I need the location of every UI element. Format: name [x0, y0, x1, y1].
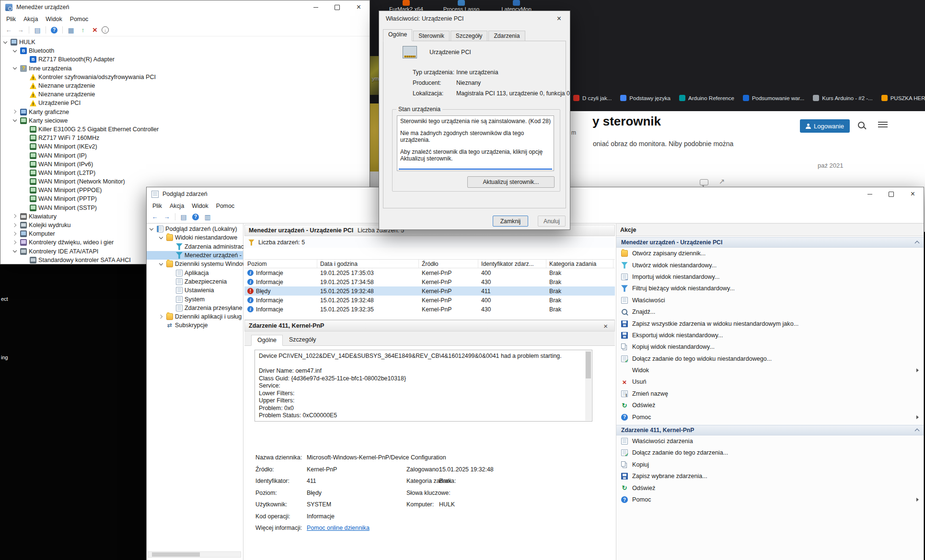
dialog-tab-zdarzenia[interactable]: Zdarzenia: [488, 31, 525, 41]
action-item[interactable]: Eksportuj widok niestandardowy...: [616, 330, 924, 341]
action-item[interactable]: Zapisz wybrane zdarzenia...: [616, 470, 924, 482]
console-tree-item[interactable]: Zabezpieczenia: [147, 277, 243, 286]
help-icon[interactable]: [190, 212, 201, 222]
cancel-button[interactable]: Anuluj: [538, 216, 566, 227]
collapse-icon[interactable]: [915, 428, 920, 433]
help-link[interactable]: Pomoc online dziennika: [307, 525, 370, 531]
close-detail-icon[interactable]: ×: [603, 322, 608, 330]
device-manager-menu-widok[interactable]: Widok: [42, 15, 65, 23]
event-viewer-menu-akcja[interactable]: Akcja: [166, 202, 187, 210]
maximize-button[interactable]: [880, 187, 902, 201]
comments-icon[interactable]: [700, 179, 708, 185]
minimize-button[interactable]: [305, 0, 326, 14]
event-row[interactable]: Informacje19.01.2025 17:35:03Kernel-PnP4…: [244, 268, 615, 277]
maximize-button[interactable]: [326, 0, 348, 14]
action-item[interactable]: Kopiuj: [616, 459, 924, 470]
action-item[interactable]: Pomoc: [616, 494, 924, 505]
device-tree-item[interactable]: Nieznane urządzenie: [0, 81, 370, 90]
action-section-header[interactable]: Menedżer urządzeń - Urządzenie PCI: [616, 237, 924, 248]
console-window-icon[interactable]: [202, 212, 213, 222]
action-item[interactable]: Pomoc: [616, 411, 924, 423]
column-header[interactable]: Źródło: [419, 260, 478, 268]
search-icon[interactable]: [858, 122, 865, 128]
devices-icon[interactable]: [66, 25, 76, 35]
forward-icon[interactable]: [162, 212, 172, 222]
chevron-down-icon[interactable]: [158, 261, 164, 267]
scrollbar-thumb[interactable]: [152, 552, 200, 557]
event-viewer-menu-pomoc[interactable]: Pomoc: [213, 202, 238, 210]
device-tree-item[interactable]: Urządzenie PCI: [0, 99, 370, 107]
menu-icon[interactable]: [878, 122, 888, 128]
device-tree-item[interactable]: RZ717 Bluetooth(R) Adapter: [0, 55, 370, 64]
action-item[interactable]: Filtruj bieżący widok niestandardowy...: [616, 283, 924, 294]
dialog-tab-sterownik[interactable]: Sterownik: [413, 31, 450, 41]
action-item[interactable]: Importuj widok niestandardowy...: [616, 271, 924, 283]
action-item[interactable]: Zmień nazwę: [616, 388, 924, 400]
vertical-scrollbar[interactable]: [585, 351, 591, 421]
action-item[interactable]: Znajdź...: [616, 306, 924, 318]
action-section-header[interactable]: Zdarzenie 411, Kernel-PnP: [616, 425, 924, 435]
action-item[interactable]: Usuń: [616, 376, 924, 388]
collapse-icon[interactable]: [915, 241, 920, 246]
share-icon[interactable]: ↗: [719, 177, 725, 186]
minimize-button[interactable]: [859, 187, 880, 201]
bookmark-item[interactable]: D czyli jak...: [573, 95, 612, 101]
action-item[interactable]: Kopiuj widok niestandardowy...: [616, 341, 924, 353]
device-tree-item[interactable]: HULK: [0, 38, 370, 46]
chevron-right-icon[interactable]: [12, 231, 18, 237]
bookmark-item[interactable]: Arduino Reference: [679, 95, 734, 101]
title-bar[interactable]: Menedżer urządzeń: [0, 0, 370, 14]
chevron-right-icon[interactable]: [12, 109, 18, 115]
action-item[interactable]: Utwórz widok niestandardowy...: [616, 259, 924, 271]
action-item[interactable]: Zapisz wszystkie zdarzenia w widoku nies…: [616, 318, 924, 329]
back-icon[interactable]: [150, 212, 160, 222]
device-tree-item[interactable]: WAN Miniport (L2TP): [0, 169, 370, 177]
close-button[interactable]: [548, 11, 570, 26]
console-tree-item[interactable]: Widoki niestandardowe: [147, 233, 243, 242]
device-tree-item[interactable]: WAN Miniport (IPv6): [0, 160, 370, 169]
console-tree-item[interactable]: Dzienniki aplikacji i usług: [147, 312, 243, 321]
device-tree-item[interactable]: WAN Miniport (IKEv2): [0, 142, 370, 151]
chevron-right-icon[interactable]: [158, 314, 164, 320]
back-icon[interactable]: [3, 25, 14, 35]
action-item[interactable]: Widok: [616, 365, 924, 376]
console-tree-item[interactable]: Aplikacja: [147, 268, 243, 277]
bookmark-item[interactable]: PUSZKA HER...: [881, 95, 925, 101]
console-tree-item[interactable]: Subskrypcje: [147, 321, 243, 330]
detail-tab-ogólne[interactable]: Ogólne: [251, 335, 283, 346]
chevron-down-icon[interactable]: [12, 117, 18, 124]
close-button[interactable]: [348, 0, 370, 14]
event-row[interactable]: Błędy15.01.2025 19:32:48Kernel-PnP411Bra…: [244, 286, 615, 296]
chevron-down-icon[interactable]: [12, 248, 18, 254]
console-tree-item[interactable]: System: [147, 295, 243, 303]
action-item[interactable]: Otwórz zapisany dziennik...: [616, 248, 924, 259]
device-manager-menu-akcja[interactable]: Akcja: [20, 15, 41, 23]
chevron-down-icon[interactable]: [2, 39, 9, 46]
column-header[interactable]: Identyfikator zdarz...: [478, 260, 546, 268]
event-row[interactable]: Informacje15.01.2025 19:32:48Kernel-PnP4…: [244, 296, 615, 305]
chevron-down-icon[interactable]: [149, 226, 155, 232]
device-tree-item[interactable]: RZ717 WiFi 7 160MHz: [0, 134, 370, 142]
console-tree-item[interactable]: Zdarzenia administracyjne: [147, 242, 243, 251]
device-status-text[interactable]: Sterowniki tego urządzenia nie są zainst…: [397, 115, 554, 171]
action-item[interactable]: Dołącz zadanie do tego widoku niestandar…: [616, 353, 924, 365]
detail-tab-szczegóły[interactable]: Szczegóły: [283, 334, 322, 345]
chevron-down-icon[interactable]: [12, 48, 18, 54]
update-driver-button[interactable]: Aktualizuj sterownik...: [467, 176, 555, 188]
device-tree-item[interactable]: Kontroler szyfrowania/odszyfrowywania PC…: [0, 73, 370, 81]
close-dialog-button[interactable]: Zamknij: [493, 216, 528, 227]
device-tree-item[interactable]: Bluetooth: [0, 46, 370, 55]
event-row[interactable]: Informacje15.01.2025 19:32:35Kernel-PnP4…: [244, 305, 615, 314]
bookmark-item[interactable]: Podstawy języka: [620, 95, 671, 101]
uninstall-icon[interactable]: [90, 25, 100, 35]
scan-hardware-icon[interactable]: [102, 26, 109, 34]
title-bar[interactable]: Właściwości: Urządzenie PCI: [379, 11, 570, 26]
event-row[interactable]: Informacje19.01.2025 17:34:58Kernel-PnP4…: [244, 277, 615, 286]
device-tree-item[interactable]: Karty sieciowe: [0, 116, 370, 125]
device-tree-item[interactable]: Nieznane urządzenie: [0, 90, 370, 99]
console-tree-icon[interactable]: [178, 212, 189, 222]
device-manager-menu-plik[interactable]: Plik: [3, 15, 19, 23]
chevron-down-icon[interactable]: [158, 235, 164, 241]
dialog-tab-szczegóły[interactable]: Szczegóły: [451, 31, 488, 41]
action-item[interactable]: Właściwości zdarzenia: [616, 435, 924, 447]
